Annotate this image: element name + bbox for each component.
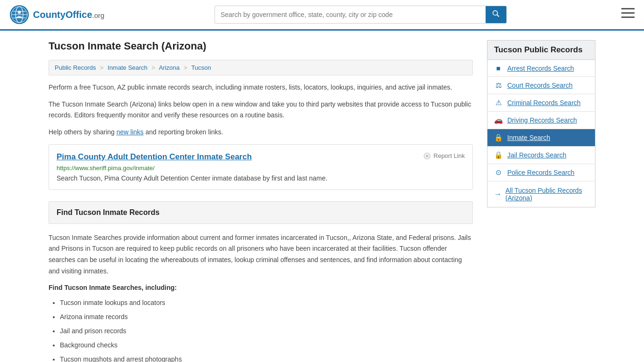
svg-point-7 xyxy=(493,11,497,16)
sidebar-item-label-0: Arrest Records Search xyxy=(507,65,574,72)
sidebar-item-arrest-records-search[interactable]: ■Arrest Records Search xyxy=(487,60,595,77)
sidebar-item-label-5: Jail Records Search xyxy=(507,151,566,159)
list-item: Arizona inmate records xyxy=(60,310,473,323)
sidebar-item-jail-records-search[interactable]: 🔒Jail Records Search xyxy=(487,147,595,164)
svg-point-6 xyxy=(18,11,21,14)
list-item: Tucson mugshots and arrest photographs xyxy=(60,353,473,362)
report-link-button[interactable]: Report Link xyxy=(423,152,465,160)
sidebar-icon-0: ■ xyxy=(494,64,503,72)
sidebar-icon-1: ⚖ xyxy=(494,81,503,90)
intro-paragraph-3: Help others by sharing new links and rep… xyxy=(49,127,473,137)
breadcrumb-public-records[interactable]: Public Records xyxy=(55,64,96,71)
list-title: Find Tucson Inmate Searches, including: xyxy=(49,284,473,291)
sidebar-icon-4: 🔒 xyxy=(494,133,503,142)
report-icon xyxy=(423,152,431,160)
breadcrumb-tucson[interactable]: Tucson xyxy=(191,64,211,71)
svg-rect-11 xyxy=(621,16,635,18)
search-button[interactable] xyxy=(486,6,506,23)
breadcrumb-arizona[interactable]: Arizona xyxy=(159,64,180,71)
arrow-icon: → xyxy=(494,190,502,198)
sidebar-icon-2: ⚠ xyxy=(494,99,503,107)
find-records-title: Find Tucson Inmate Records xyxy=(57,208,465,217)
main-content: Tucson Inmate Search (Arizona) Public Re… xyxy=(49,40,473,362)
result-card-header: Pima County Adult Detention Center Inmat… xyxy=(57,152,465,162)
sidebar: Tucson Public Records ■Arrest Records Se… xyxy=(487,40,595,362)
sidebar-item-label-1: Court Records Search xyxy=(507,82,573,89)
breadcrumb-sep-3: > xyxy=(184,64,188,71)
sidebar-icon-5: 🔒 xyxy=(494,151,503,159)
body-paragraph: Tucson Inmate Searches provide informati… xyxy=(49,232,473,277)
new-links-link[interactable]: new links xyxy=(116,128,144,136)
find-records-section: Find Tucson Inmate Records xyxy=(49,201,473,224)
result-description: Search Tucson, Pima County Adult Detenti… xyxy=(57,174,465,182)
report-link-label: Report Link xyxy=(434,152,465,159)
svg-rect-9 xyxy=(621,8,635,9)
sidebar-all-records[interactable]: → All Tucson Public Records (Arizona) xyxy=(487,181,595,207)
page-title: Tucson Inmate Search (Arizona) xyxy=(49,40,473,52)
intro-paragraph-1: Perform a free Tucson, AZ public inmate … xyxy=(49,82,473,92)
sidebar-item-criminal-records-search[interactable]: ⚠Criminal Records Search xyxy=(487,94,595,112)
bullet-list: Tucson inmate lookups and locatorsArizon… xyxy=(60,296,473,362)
result-title-link[interactable]: Pima County Adult Detention Center Inmat… xyxy=(57,152,252,161)
logo-text[interactable]: CountyOffice.org xyxy=(33,9,104,20)
sidebar-item-court-records-search[interactable]: ⚖Court Records Search xyxy=(487,77,595,94)
sidebar-icon-3: 🚗 xyxy=(494,116,503,124)
sidebar-item-inmate-search[interactable]: 🔒Inmate Search xyxy=(487,129,595,147)
result-card: Pima County Adult Detention Center Inmat… xyxy=(49,144,473,190)
sidebar-title: Tucson Public Records xyxy=(487,40,595,60)
sidebar-item-label-6: Police Records Search xyxy=(507,169,574,176)
sidebar-item-police-records-search[interactable]: ⊙Police Records Search xyxy=(487,164,595,181)
logo-area: CountyOffice.org xyxy=(9,5,104,25)
sidebar-item-label-4: Inmate Search xyxy=(507,134,550,141)
result-title: Pima County Adult Detention Center Inmat… xyxy=(57,152,252,162)
svg-rect-10 xyxy=(621,12,635,14)
result-url[interactable]: https://www.sheriff.pima.gov/inmate/ xyxy=(57,165,465,172)
sidebar-all-records-label: All Tucson Public Records (Arizona) xyxy=(505,187,588,202)
sidebar-icon-6: ⊙ xyxy=(494,168,503,177)
sidebar-item-label-3: Driving Records Search xyxy=(507,116,577,124)
search-input[interactable] xyxy=(215,7,486,22)
breadcrumb-inmate-search[interactable]: Inmate Search xyxy=(107,64,148,71)
hamburger-menu[interactable] xyxy=(621,8,635,21)
sidebar-item-driving-records-search[interactable]: 🚗Driving Records Search xyxy=(487,112,595,129)
intro-paragraph-2: The Tucson Inmate Search (Arizona) links… xyxy=(49,99,473,120)
logo-icon xyxy=(9,5,29,25)
sidebar-item-label-2: Criminal Records Search xyxy=(507,99,581,107)
list-item: Tucson inmate lookups and locators xyxy=(60,296,473,309)
breadcrumb-sep-1: > xyxy=(100,64,104,71)
breadcrumb-sep-2: > xyxy=(151,64,155,71)
sidebar-items: ■Arrest Records Search⚖Court Records Sea… xyxy=(487,60,595,181)
list-item: Background checks xyxy=(60,338,473,352)
search-icon xyxy=(492,10,500,17)
svg-line-8 xyxy=(497,15,499,16)
list-item: Jail and prison records xyxy=(60,324,473,337)
search-bar xyxy=(215,6,507,24)
breadcrumb: Public Records > Inmate Search > Arizona… xyxy=(49,60,473,75)
